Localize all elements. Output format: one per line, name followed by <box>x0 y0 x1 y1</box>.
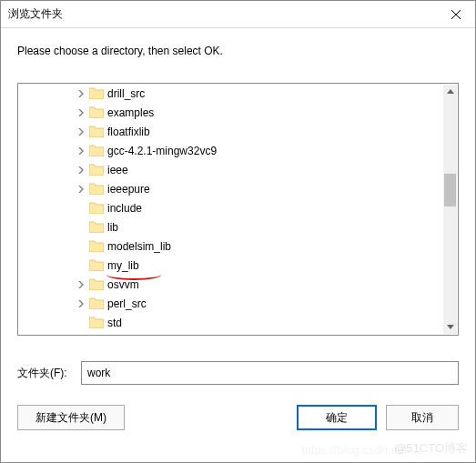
chevron-right-icon[interactable] <box>73 147 89 155</box>
browse-folder-dialog: 浏览文件夹 Please choose a directory, then se… <box>0 0 476 463</box>
chevron-right-icon[interactable] <box>73 300 89 307</box>
folder-icon <box>89 106 104 118</box>
tree-item[interactable]: gcc-4.2.1-mingw32vc9 <box>18 141 442 160</box>
tree-item-label: my_lib <box>107 259 139 272</box>
folder-field-label: 文件夹(F): <box>17 366 81 381</box>
folder-icon <box>89 183 104 195</box>
scroll-down-arrow[interactable] <box>443 320 457 334</box>
tree-scroll-area[interactable]: drill_srcexamplesfloatfixlibgcc-4.2.1-mi… <box>18 84 442 335</box>
tree-item[interactable]: lib <box>18 217 442 237</box>
chevron-right-icon[interactable] <box>73 128 89 136</box>
tree-item-label: gcc-4.2.1-mingw32vc9 <box>107 145 217 157</box>
tree-item-label: ieee <box>107 164 128 176</box>
tree-item[interactable]: ieeepure <box>18 179 442 198</box>
chevron-right-icon[interactable] <box>73 186 89 193</box>
tree-item-label: modelsim_lib <box>107 240 171 253</box>
folder-icon <box>89 202 104 214</box>
folder-icon <box>89 317 104 328</box>
folder-icon <box>89 87 104 99</box>
tree-item-label: ieeepure <box>107 183 150 196</box>
chevron-right-icon[interactable] <box>73 109 89 116</box>
tree-item[interactable]: include <box>18 198 442 217</box>
titlebar: 浏览文件夹 <box>1 1 475 28</box>
instruction-text: Please choose a directory, then select O… <box>1 28 475 66</box>
tree-item-label: std <box>107 317 122 329</box>
chevron-right-icon[interactable] <box>73 166 89 174</box>
folder-icon <box>89 240 104 252</box>
folder-icon <box>89 145 104 156</box>
tree-item[interactable]: my_lib <box>18 256 442 275</box>
new-folder-button[interactable]: 新建文件夹(M) <box>17 405 125 430</box>
tree-item[interactable]: modelsim_lib <box>18 237 442 256</box>
close-icon <box>451 10 461 19</box>
svg-marker-3 <box>447 325 454 329</box>
svg-marker-2 <box>447 89 454 94</box>
tree-item[interactable]: osvvm <box>18 275 442 294</box>
button-row: 新建文件夹(M) 确定 取消 <box>17 405 459 430</box>
chevron-right-icon[interactable] <box>73 90 89 97</box>
tree-item-label: perl_src <box>107 297 147 310</box>
folder-tree: drill_srcexamplesfloatfixlibgcc-4.2.1-mi… <box>17 83 459 336</box>
close-button[interactable] <box>437 1 475 28</box>
folder-icon <box>89 259 104 271</box>
chevron-right-icon[interactable] <box>73 281 89 288</box>
folder-input[interactable] <box>81 361 459 385</box>
tree-item-label: drill_src <box>107 87 145 100</box>
cancel-button[interactable]: 取消 <box>386 405 459 430</box>
tree-item-label: floatfixlib <box>107 126 150 138</box>
ok-button[interactable]: 确定 <box>297 405 377 430</box>
folder-icon <box>89 221 104 233</box>
tree-item-label: examples <box>107 106 154 119</box>
scroll-up-arrow[interactable] <box>443 85 457 98</box>
tree-item[interactable]: drill_src <box>18 84 442 103</box>
folder-icon <box>89 126 104 137</box>
folder-field-row: 文件夹(F): <box>17 361 459 385</box>
tree-item-label: lib <box>107 221 118 234</box>
dialog-title: 浏览文件夹 <box>8 6 63 22</box>
watermark-faint: https://blog.csdn.net/... <box>301 443 420 457</box>
tree-item[interactable]: perl_src <box>18 294 442 313</box>
tree-item[interactable]: floatfixlib <box>18 122 442 141</box>
tree-item[interactable]: std <box>18 313 442 332</box>
folder-icon <box>89 297 104 309</box>
watermark: @51CTO博客 <box>394 440 468 457</box>
tree-item[interactable]: ieee <box>18 160 442 179</box>
folder-icon <box>89 164 104 176</box>
scrollbar-thumb[interactable] <box>444 174 456 206</box>
vertical-scrollbar[interactable] <box>443 85 457 334</box>
folder-icon <box>89 278 104 290</box>
tree-item[interactable]: examples <box>18 103 442 122</box>
tree-item-label: include <box>107 202 142 215</box>
